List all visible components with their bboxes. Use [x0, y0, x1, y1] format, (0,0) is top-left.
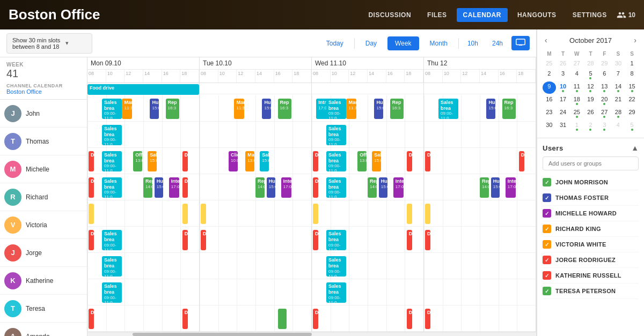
- mini-cal-day[interactable]: 8: [625, 69, 639, 81]
- event-block[interactable]: Inter17:0: [281, 177, 291, 198]
- event-block[interactable]: Sale15:0: [372, 151, 381, 171]
- event-block[interactable]: D: [519, 151, 524, 171]
- event-block[interactable]: Sale15:0: [148, 151, 157, 171]
- today-button[interactable]: Today: [319, 36, 351, 50]
- mini-cal-day[interactable]: 11: [570, 81, 583, 94]
- channel-name[interactable]: Boston Office: [6, 88, 80, 95]
- mini-cal-day[interactable]: 2: [584, 120, 597, 132]
- event-block[interactable]: [182, 204, 188, 224]
- mini-cal-day[interactable]: 17: [557, 94, 570, 107]
- event-block[interactable]: Hub15:0: [262, 99, 271, 119]
- mini-cal-day[interactable]: 3: [598, 120, 611, 132]
- event-block[interactable]: Sales brea09:00-11:0: [102, 125, 122, 145]
- users-search-input[interactable]: [543, 156, 639, 170]
- user-checkbox[interactable]: ✓: [543, 287, 551, 295]
- mini-cal-day[interactable]: 1: [570, 120, 583, 132]
- event-block[interactable]: Rep16:3: [278, 99, 291, 119]
- event-block[interactable]: [201, 204, 206, 224]
- event-block[interactable]: Hub15:0: [379, 177, 388, 198]
- mini-cal-day[interactable]: 18: [570, 94, 583, 107]
- event-block[interactable]: Sales brea09:00-11:0: [102, 151, 122, 171]
- event-block[interactable]: Sales brea09:00-11:0: [102, 177, 122, 198]
- collapse-users-icon[interactable]: ▲: [631, 144, 639, 152]
- mini-cal-day[interactable]: 29: [625, 107, 639, 120]
- event-block[interactable]: Sales brea09:00-11:0: [326, 99, 346, 119]
- event-block[interactable]: Sales brea09:00-11:0: [102, 282, 122, 303]
- mini-cal-day[interactable]: 28: [612, 107, 625, 120]
- prev-month-button[interactable]: ‹: [543, 35, 550, 46]
- mini-cal-day[interactable]: 16: [543, 94, 556, 107]
- mini-cal-day[interactable]: 7: [612, 69, 625, 81]
- event-block[interactable]: [425, 204, 430, 224]
- event-block[interactable]: D: [182, 230, 188, 250]
- event-block[interactable]: Sales brea09:00-11:0: [326, 151, 346, 171]
- event-block[interactable]: Inter17:0: [393, 177, 404, 198]
- mini-cal-day[interactable]: 20: [598, 94, 611, 107]
- event-block[interactable]: [278, 309, 287, 329]
- mini-cal-day[interactable]: 9: [543, 81, 556, 94]
- event-block[interactable]: D: [313, 230, 318, 250]
- mini-cal-day[interactable]: 12: [584, 81, 597, 94]
- mini-cal-day[interactable]: 2: [543, 69, 556, 81]
- mini-cal-day[interactable]: 25: [543, 58, 556, 68]
- event-block[interactable]: Sales brea09:00-11:0: [102, 99, 122, 119]
- event-block[interactable]: Sales brea09:00-11:0: [326, 282, 346, 303]
- event-block[interactable]: Inter17:0: [506, 177, 516, 198]
- event-block[interactable]: Offs13:00: [357, 151, 367, 171]
- event-block[interactable]: Sales brea09:00-11:0: [326, 230, 346, 250]
- food-drive-event[interactable]: Food drive: [87, 84, 199, 95]
- mini-cal-day[interactable]: 22: [625, 94, 639, 107]
- mini-cal-day[interactable]: 21: [612, 94, 625, 107]
- day-button[interactable]: Day: [358, 36, 384, 50]
- user-checkbox[interactable]: ✓: [543, 193, 551, 202]
- mini-cal-day[interactable]: 4: [570, 69, 583, 81]
- mini-cal-day[interactable]: 1: [625, 58, 639, 68]
- event-block[interactable]: Rep16:3: [390, 99, 404, 119]
- mini-cal-day[interactable]: 24: [557, 107, 570, 120]
- time-10h-button[interactable]: 10h: [462, 36, 484, 50]
- event-block[interactable]: D: [89, 309, 94, 329]
- user-checkbox[interactable]: ✓: [543, 240, 551, 249]
- event-block[interactable]: Rep14:0: [143, 177, 152, 198]
- event-block[interactable]: Sales brea09:00-11:0: [326, 125, 346, 145]
- mini-cal-day[interactable]: 27: [598, 107, 611, 120]
- mini-cal-day[interactable]: 5: [625, 120, 639, 132]
- event-block[interactable]: Hub15:0: [150, 99, 159, 119]
- mini-cal-day[interactable]: 6: [598, 69, 611, 81]
- mini-cal-day[interactable]: 23: [543, 107, 556, 120]
- mini-cal-day[interactable]: 4: [612, 120, 625, 132]
- nav-discussion[interactable]: DISCUSSION: [362, 8, 418, 22]
- event-block[interactable]: D: [182, 309, 188, 329]
- event-block[interactable]: Hub15:0: [486, 99, 495, 119]
- nav-settings[interactable]: SETTINGS: [566, 8, 613, 22]
- event-block[interactable]: D: [313, 177, 318, 198]
- mini-cal-day[interactable]: 30: [612, 58, 625, 68]
- mini-cal-day[interactable]: 19: [584, 94, 597, 107]
- mini-cal-day[interactable]: 3: [557, 69, 570, 81]
- mini-cal-day[interactable]: 26: [557, 58, 570, 68]
- event-block[interactable]: Hub15:0: [267, 177, 276, 198]
- event-block[interactable]: Inter17:0: [169, 177, 179, 198]
- user-checkbox[interactable]: ✓: [543, 209, 551, 218]
- event-block[interactable]: Sales brea09:00-11:0: [326, 256, 346, 277]
- event-block[interactable]: D: [89, 177, 94, 198]
- event-block[interactable]: Rep16:3: [502, 99, 516, 119]
- event-block[interactable]: Sales brea09:00-11:0: [438, 99, 458, 119]
- mini-cal-day[interactable]: 5: [584, 69, 597, 81]
- mini-cal-day[interactable]: 27: [570, 58, 583, 68]
- nav-hangouts[interactable]: HANGOUTS: [511, 8, 563, 22]
- mini-cal-day[interactable]: 25: [570, 107, 583, 120]
- event-block[interactable]: D: [313, 151, 318, 171]
- user-checkbox[interactable]: ✓: [543, 178, 551, 186]
- event-block[interactable]: D: [425, 151, 430, 171]
- mini-cal-day[interactable]: 28: [584, 58, 597, 68]
- mini-cal-day[interactable]: 26: [584, 107, 597, 120]
- mini-cal-day[interactable]: 14: [612, 81, 625, 94]
- event-block[interactable]: Rep14:0: [480, 177, 489, 198]
- event-block[interactable]: D: [313, 309, 318, 329]
- event-block[interactable]: D: [407, 151, 412, 171]
- scroll-bar[interactable]: [87, 332, 536, 336]
- event-block[interactable]: D: [89, 151, 94, 171]
- nav-calendar[interactable]: CALENDAR: [457, 8, 508, 22]
- event-block[interactable]: Mar11:3: [122, 99, 132, 119]
